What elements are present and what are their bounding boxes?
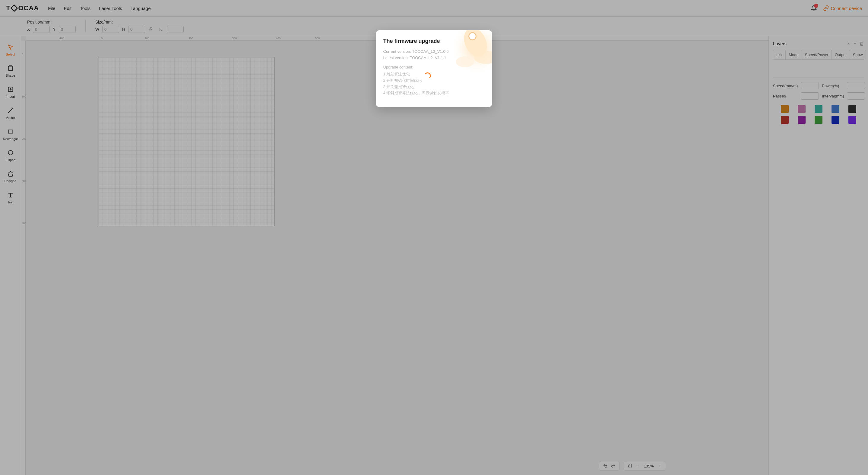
upgrade-item-3: 3.开关盖报警优化	[383, 84, 485, 90]
modal-title: The firmware upgrade	[383, 38, 485, 44]
loading-spinner	[424, 72, 431, 79]
upgrade-item-4: 4.倾斜报警算法优化，降低误触发概率	[383, 90, 485, 96]
rocket-illustration	[447, 30, 492, 79]
current-version: Current version: TOOCAA_L2_V1.0.6	[383, 49, 485, 54]
latest-version: Latest version: TOOCAA_L2_V1.1.1	[383, 56, 485, 60]
firmware-upgrade-modal: The firmware upgrade Current version: TO…	[376, 30, 492, 107]
